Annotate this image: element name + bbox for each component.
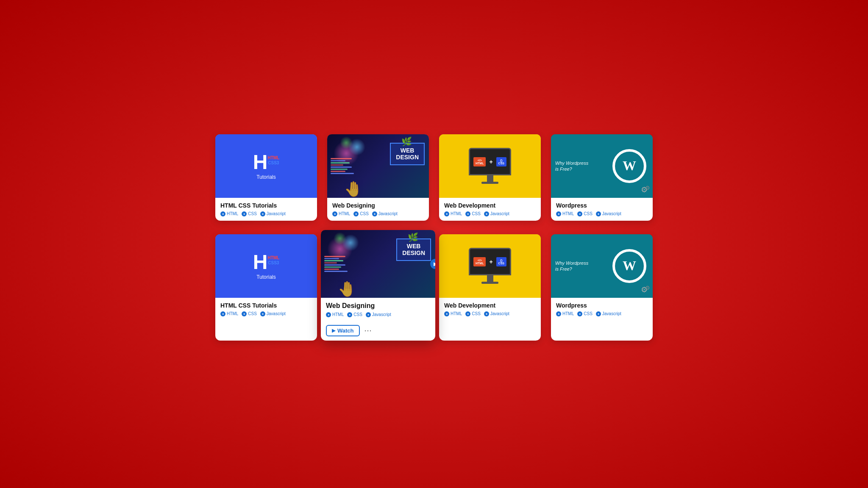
tutorials-label-2: Tutorials [253,274,279,280]
wp-visual-2: Why Wordpress is Free? W ⚙ ⚙ [551,234,653,298]
card-web-designing-2-expanded[interactable]: 🌿 WEBDESIGN 🤚 ▶ Web Designing [321,230,435,341]
card-web-dev-2[interactable]: </>HTML + {}CSS Web Development ●HTML ●C… [439,234,541,341]
tutorials-label: Tutorials [253,174,279,180]
card-thumb-wp-1: Why Wordpress is Free? W ⚙ ⚙ [551,134,653,198]
plant-icon-2: 🌿 [408,232,418,242]
card-thumb-html-css-1: H HTML CSS3 Tutorials [215,134,317,198]
card-thumb-web-dev-1: </>HTML + {}CSS [439,134,541,198]
share-icon[interactable]: ⋯ [364,326,372,335]
h-letter: H [253,152,268,172]
html-css-logo: H HTML CSS3 Tutorials [249,148,284,184]
plus-sign-2: + [489,258,492,265]
card-title-6: Web Designing [326,302,430,310]
wp-text-2: Why Wordpress is Free? [555,260,589,272]
web-design-thumb: 🌿 WEBDESIGN 🤚 [327,134,429,198]
card-title-2: Web Designing [332,202,424,209]
wp-w-2: W [623,258,636,274]
card-grid-row1: H HTML CSS3 Tutorials HTML CSS Tutorials… [215,134,653,221]
tag-css-7: ●CSS [465,311,481,316]
card-body-1: HTML CSS Tutorials ●HTML ●CSS ●Javascrip… [215,198,317,221]
tag-html-1: ●HTML [220,211,238,216]
card-thumb-html-css-2: H HTML CSS3 Tutorials [215,234,317,298]
card-title-4: Wordpress [556,202,648,209]
plus-sign: + [489,158,492,165]
tag-js-6: ●Javascript [366,312,391,317]
tag-js-2: ●Javascript [372,211,398,216]
gear-icon-small-2: ⚙ [645,285,650,291]
watch-label: Watch [337,327,354,334]
html-badge: </>HTML [473,157,486,166]
tag-html-4: ●HTML [556,211,574,216]
web-dev-visual: </>HTML + {}CSS [439,134,541,198]
tag-dot: ● [260,211,265,216]
tags-row-5: ●HTML ●CSS ●Javascript [220,311,312,316]
card-html-css-2[interactable]: H HTML CSS3 Tutorials HTML CSS Tutorials… [215,234,317,341]
side-text: HTML CSS3 [267,155,279,166]
web-dev-visual-2: </>HTML + {}CSS [439,234,541,298]
tags-row-4: ●HTML ●CSS ●Javascript [556,211,648,216]
wp-logo-circle: W [612,149,646,183]
card-title-3: Web Development [444,202,536,209]
wp-logo-circle-2: W [612,249,646,283]
css-badge: {}CSS [496,157,506,166]
gear-icon-small-1: ⚙ [645,185,650,191]
h-letter-2: H [253,252,268,272]
html-css-logo-2: H HTML CSS3 Tutorials [249,248,284,284]
card-thumb-web-dev-2: </>HTML + {}CSS [439,234,541,298]
monitor-base-2 [481,282,498,284]
plant-icon: 🌿 [401,136,412,147]
card-web-designing-1[interactable]: 🌿 WEBDESIGN 🤚 Web Designing ●HTML [327,134,429,221]
card-body-2: Web Designing ●HTML ●CSS ●Javascript [327,198,429,221]
card-title-7: Web Development [444,302,536,309]
play-icon: ▶ [332,328,335,333]
tag-css-2: ●CSS [353,211,369,216]
css-badge-2: {}CSS [496,257,506,266]
wp-logo-area: W [612,149,646,183]
tag-html-7: ●HTML [444,311,462,316]
tag-css-8: ●CSS [577,311,593,316]
tag-html-2: ●HTML [332,211,350,216]
tag-dot: ● [220,211,225,216]
monitor-stand [487,175,493,182]
wp-text-1: Why Wordpress is Free? [555,160,589,172]
tags-row-6: ●HTML ●CSS ●Javascript [326,312,430,317]
monitor: </>HTML + {}CSS [469,148,511,184]
tag-html-5: ●HTML [220,311,238,316]
tag-html-6: ●HTML [326,312,344,317]
card-wordpress-2[interactable]: Why Wordpress is Free? W ⚙ ⚙ Wordpress ●… [551,234,653,341]
monitor-base [481,182,498,184]
tags-row-2: ●HTML ●CSS ●Javascript [332,211,424,216]
card-body-5: HTML CSS Tutorials ●HTML ●CSS ●Javascrip… [215,298,317,321]
hand-icon-2: 🤚 [338,280,356,298]
card-title-8: Wordpress [556,302,648,309]
tag-html-3: ●HTML [444,211,462,216]
tag-css-5: ●CSS [242,311,257,316]
monitor-screen-2: </>HTML + {}CSS [469,248,511,275]
tag-js-8: ●Javascript [596,311,621,316]
watch-button[interactable]: ▶ Watch [326,325,360,336]
card-web-dev-1[interactable]: </>HTML + {}CSS Web Development ●HTML ●C… [439,134,541,221]
tag-js-3: ●Javascript [484,211,509,216]
wp-visual: Why Wordpress is Free? W ⚙ ⚙ [551,134,653,198]
wp-w: W [623,158,636,174]
tag-js-5: ●Javascript [260,311,286,316]
tags-row-3: ●HTML ●CSS ●Javascript [444,211,536,216]
tag-js-1: ●Javascript [260,211,286,216]
html-badge-2: </>HTML [473,257,486,266]
monitor-stand-2 [487,275,493,282]
card-wordpress-1[interactable]: Why Wordpress is Free? W ⚙ ⚙ Wordpress ●… [551,134,653,221]
card-grid-row2: H HTML CSS3 Tutorials HTML CSS Tutorials… [215,234,653,341]
side-text-2: HTML CSS3 [267,255,279,266]
tag-css-3: ●CSS [465,211,481,216]
card-body-8: Wordpress ●HTML ●CSS ●Javascript [551,298,653,321]
card-body-6: Web Designing ●HTML ●CSS ●Javascript [321,298,435,322]
card-thumb-web-design-1: 🌿 WEBDESIGN 🤚 [327,134,429,198]
monitor-screen: </>HTML + {}CSS [469,148,511,175]
tag-css-1: ●CSS [242,211,257,216]
card-body-3: Web Development ●HTML ●CSS ●Javascript [439,198,541,221]
tag-css-4: ●CSS [577,211,593,216]
tag-js-7: ●Javascript [484,311,509,316]
card-thumb-wp-2: Why Wordpress is Free? W ⚙ ⚙ [551,234,653,298]
card-title-1: HTML CSS Tutorials [220,202,312,209]
card-html-css-1[interactable]: H HTML CSS3 Tutorials HTML CSS Tutorials… [215,134,317,221]
